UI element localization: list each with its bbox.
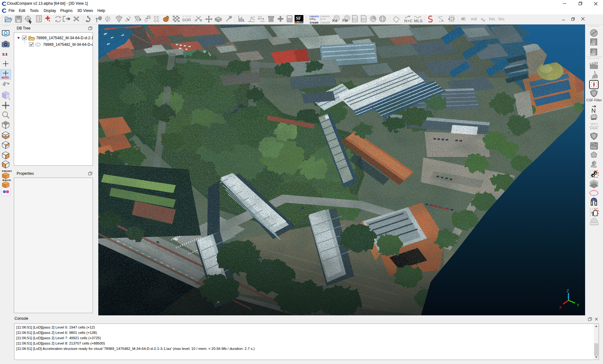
svg-text:CANUPO: CANUPO [309, 15, 319, 18]
svg-text:CANUPO: CANUPO [320, 15, 330, 18]
svg-text:b: b [493, 18, 495, 21]
svg-text:Classify: Classify [320, 21, 330, 24]
svg-text:SHP: SHP [353, 18, 357, 20]
svg-text:C: C [154, 19, 156, 23]
svg-text:FRONT: FRONT [2, 170, 12, 173]
svg-text:N: N [591, 107, 596, 114]
svg-text:1:1: 1:1 [2, 52, 8, 56]
svg-text:auto: auto [2, 75, 9, 79]
svg-text:M3C2: M3C2 [591, 122, 598, 126]
svg-text:CSF Filter: CSF Filter [586, 98, 602, 102]
svg-text:HPR: HPR [591, 118, 596, 120]
svg-text:SF: SF [296, 16, 301, 21]
svg-text:EDL: EDL [591, 43, 596, 46]
svg-text:RSD: RSD [591, 165, 597, 168]
svg-text:b: b [464, 18, 466, 21]
svg-text:S: S [474, 18, 476, 21]
svg-text:78989_1475482_M-34-64-D-d-...: 78989_1475482_M-34-64-D-d-... [43, 42, 93, 47]
svg-text:b: b [503, 18, 504, 21]
svg-text:max: max [260, 20, 265, 23]
svg-text:BACK: BACK [3, 179, 11, 182]
svg-text:SOR: SOR [182, 18, 191, 22]
svg-text:H: H [491, 18, 493, 21]
svg-text:Create: Create [310, 21, 318, 24]
svg-text:FM: FM [342, 19, 348, 23]
svg-text:78989_1475482_M-34-64-D-d-2-1.: 78989_1475482_M-34-64-D-d-2-1... [36, 36, 93, 40]
svg-text:H: H [471, 18, 473, 21]
svg-text:X: X [559, 305, 562, 310]
svg-text:K: K [500, 18, 503, 21]
svg-text:C: C [157, 19, 159, 23]
svg-text:Y: Y [577, 303, 579, 308]
svg-text:SSAO: SSAO [591, 53, 596, 56]
svg-text:PCV: PCV [591, 147, 596, 149]
svg-text:MLS: MLS [414, 19, 423, 23]
svg-text:CSV: CSV [362, 18, 366, 20]
svg-text:Z: Z [567, 288, 569, 293]
svg-text:min: min [258, 15, 262, 18]
svg-text:N+C: N+C [404, 19, 413, 23]
svg-text:Kd: Kd [332, 19, 337, 23]
